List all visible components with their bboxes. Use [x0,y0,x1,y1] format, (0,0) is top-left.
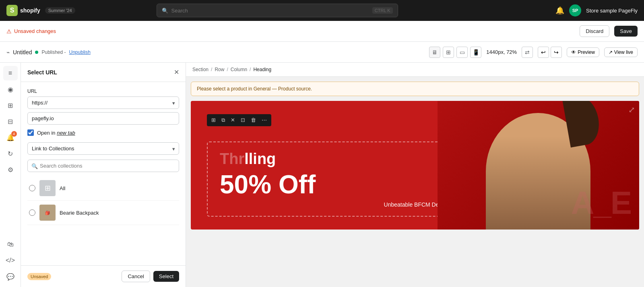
published-dot [35,51,38,54]
panel-header: Select URL ✕ [21,63,186,82]
collection-thumb-all: ⊞ [39,180,56,196]
url-scheme-select[interactable]: https:// http:// [27,96,179,109]
breadcrumb-section: Section [192,67,208,72]
unsaved-badge: Unsaved [27,273,51,280]
search-icon: 🔍 [162,8,168,14]
unpublish-link[interactable]: Unpublish [69,49,91,55]
collection-name-bearie: Bearie Backpack [60,210,99,216]
notification-banner: Please select a product in General — Pro… [191,82,639,96]
avatar[interactable]: SP [569,4,581,16]
breadcrumb: Section / Row / Column / Heading [186,63,644,77]
toolbar-more-button[interactable]: ⋯ [260,116,269,124]
sidebar-item-code[interactable]: </> [3,253,18,268]
warning-icon: ⚠ [6,28,12,35]
unsaved-changes-bar: ⚠ Unsaved changes Discard Save [0,21,644,42]
open-new-tab-checkbox[interactable] [27,129,34,136]
shopify-wordmark: shopify [20,7,40,14]
undo-redo-controls: ↩ ↪ [538,47,562,58]
zoom-level: 1440px, 72% [486,49,517,55]
sidebar-item-apps[interactable]: 🛍 [3,237,18,252]
undo-button[interactable]: ↩ [538,47,549,58]
collection-radio-bearie[interactable] [29,209,35,216]
collection-thumb-bearie: 🎒 [39,205,56,221]
collection-item-all[interactable]: ⊞ All [27,176,179,201]
search-collections-input[interactable] [27,160,179,172]
open-new-tab-label: Open in new tab [37,130,75,136]
collections-list: ⊞ All 🎒 Bearie Backpack [27,176,179,225]
url-label: URL [27,88,179,94]
redo-button[interactable]: ↪ [551,47,562,58]
bell-icon[interactable]: 🔔 [555,6,564,15]
all-collections-icon: ⊞ [45,184,51,193]
tablet-view-icon[interactable]: ▭ [456,47,468,58]
eye-icon: 👁 [571,49,576,55]
search-collections-wrapper: 🔍 [27,160,179,172]
unsaved-indicator: ⚠ Unsaved changes [6,28,56,35]
url-value-input[interactable] [27,112,179,125]
search-shortcut: CTRL K [372,7,393,14]
toolbar-right: 🖥 ⊞ ▭ 📱 1440px, 72% ⇄ ↩ ↪ 👁 Preview ↗ Vi… [429,47,638,58]
open-new-tab-row: Open in new tab [27,129,179,136]
url-scheme-wrapper: https:// http:// ▾ [27,96,179,109]
view-live-button[interactable]: ↗ View live [604,47,638,57]
summer-badge: Summer '24 [45,7,75,14]
toolbar-duplicate-button[interactable]: ⊡ [239,116,247,124]
wide-view-icon[interactable]: ⊞ [443,47,454,58]
sidebar-item-elements[interactable]: ◉ [3,82,18,96]
nav-right-area: 🔔 SP Store sample PageFly [555,4,638,16]
discard-button[interactable]: Discard [580,25,609,37]
sidebar-item-grid[interactable]: ⊞ [3,98,18,113]
page-title: Untitled [13,49,32,55]
select-url-panel: Select URL ✕ URL https:// http:// ▾ Open… [21,63,186,287]
sidebar-item-notifications[interactable]: 🔔 4 [3,130,18,145]
toolbar-copy-button[interactable]: ⧉ [219,116,227,125]
link-type-select[interactable]: Link to Collections Link to Products Lin… [27,142,179,155]
page-icon: ⌁ [6,49,10,55]
sale-watermark: A_E [571,184,631,221]
toolbar-trash-button[interactable]: 🗑 [249,116,258,124]
notification-text: Please select a product in General — Pro… [197,86,312,92]
shopify-logo: S shopify [6,5,40,16]
panel-body: URL https:// http:// ▾ Open in new tab L… [21,82,186,265]
left-sidebar: ≡ ◉ ⊞ ⊟ 🔔 4 ↻ ⚙ 🛍 </> 💬 [0,63,21,287]
panel-footer: Unsaved Cancel Select [21,265,186,287]
link-type-wrapper: Link to Collections Link to Products Lin… [27,142,179,155]
mobile-view-icon[interactable]: 📱 [470,47,481,58]
external-link-icon: ↗ [609,49,613,55]
top-navigation: S shopify Summer '24 🔍 CTRL K 🔔 SP Store… [0,0,644,21]
desktop-view-icon[interactable]: 🖥 [429,47,440,58]
breadcrumb-row: Row [215,67,224,72]
page-title-area: ⌁ Untitled Published - Unpublish [6,49,91,55]
element-toolbar: ⊞ ⧉ ✕ ⊡ 🗑 ⋯ [207,114,271,126]
collection-item-bearie[interactable]: 🎒 Bearie Backpack [27,201,179,225]
sidebar-item-layers[interactable]: ≡ [3,66,18,80]
hair-decoration [563,101,603,148]
store-name: Store sample PageFly [586,8,638,14]
main-area: ≡ ◉ ⊞ ⊟ 🔔 4 ↻ ⚙ 🛍 </> 💬 Select URL ✕ URL… [0,63,644,287]
search-collections-icon: 🔍 [31,163,38,169]
close-panel-button[interactable]: ✕ [174,68,179,76]
published-label: Published - [41,49,66,55]
global-search-bar[interactable]: 🔍 CTRL K [157,4,398,17]
notification-badge: 4 [11,131,17,137]
responsive-icon[interactable]: ⇄ [522,47,533,58]
page-info-bar: ⌁ Untitled Published - Unpublish 🖥 ⊞ ▭ 📱… [0,42,644,63]
hero-section: ⊞ ⧉ ✕ ⊡ 🗑 ⋯ Thrlling 50% Off Unbeatable … [191,101,639,230]
sidebar-item-settings[interactable]: ⚙ [3,162,18,177]
collection-name-all: All [60,185,65,191]
shopify-logo-icon: S [6,5,18,16]
view-icons: 🖥 ⊞ ▭ 📱 [429,47,481,58]
search-input[interactable] [171,8,369,14]
fullscreen-icon[interactable]: ⤢ [628,105,635,115]
sidebar-item-table[interactable]: ⊟ [3,114,18,129]
toolbar-move-button[interactable]: ⊞ [209,116,218,124]
panel-title: Select URL [27,69,57,76]
toolbar-delete-button[interactable]: ✕ [229,116,237,124]
cancel-button[interactable]: Cancel [122,271,150,282]
sidebar-item-sync[interactable]: ↻ [3,146,18,161]
collection-radio-all[interactable] [29,185,35,191]
preview-button[interactable]: 👁 Preview [567,47,599,57]
save-button[interactable]: Save [614,26,638,37]
sidebar-item-chat[interactable]: 💬 [3,269,18,284]
select-button[interactable]: Select [153,271,179,282]
